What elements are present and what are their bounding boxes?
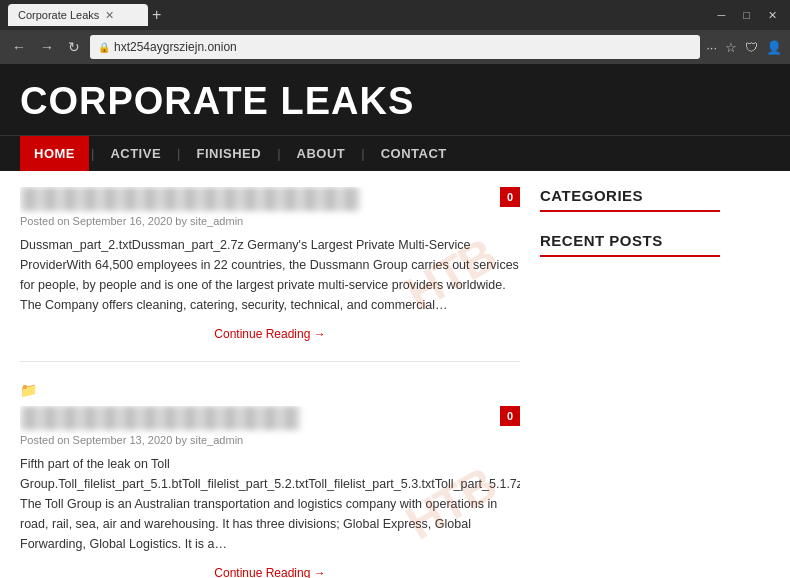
post-2-continue[interactable]: Continue Reading →: [20, 562, 520, 578]
post-1-continue[interactable]: Continue Reading →: [20, 323, 520, 345]
profile-button[interactable]: 👤: [766, 40, 782, 55]
sidebar: CATEGORIES RECENT POSTS: [540, 187, 720, 578]
site-nav: HOME | ACTIVE | FINISHED | ABOUT | CONTA…: [0, 135, 790, 171]
recent-posts-title: RECENT POSTS: [540, 232, 720, 257]
tab-close-button[interactable]: ✕: [105, 9, 114, 22]
browser-navbar: ← → ↻ 🔒 ··· ☆ 🛡 👤: [0, 30, 790, 64]
main-content: Posted on September 16, 2020 by site_adm…: [20, 187, 520, 578]
address-bar[interactable]: [114, 40, 692, 54]
nav-home[interactable]: HOME: [20, 136, 89, 171]
sidebar-categories: CATEGORIES: [540, 187, 720, 212]
back-button[interactable]: ←: [8, 37, 30, 57]
extensions-button[interactable]: ···: [706, 40, 717, 55]
nav-about[interactable]: ABOUT: [283, 136, 360, 171]
post-1-comment-badge[interactable]: 0: [500, 187, 520, 207]
new-tab-button[interactable]: +: [152, 6, 161, 24]
bookmark-button[interactable]: ☆: [725, 40, 737, 55]
forward-button[interactable]: →: [36, 37, 58, 57]
post-2: Posted on September 13, 2020 by site_adm…: [20, 406, 520, 578]
minimize-button[interactable]: ─: [713, 7, 731, 23]
nav-extra-buttons: ··· ☆ 🛡 👤: [706, 40, 782, 55]
post-2-title-blurred[interactable]: [20, 406, 300, 430]
post-2-header: Posted on September 13, 2020 by site_adm…: [20, 406, 520, 446]
address-bar-container[interactable]: 🔒: [90, 35, 700, 59]
browser-window: Corporate Leaks ✕ + ─ □ ✕ ← → ↻ 🔒 ··· ☆ …: [0, 0, 790, 64]
tab-title: Corporate Leaks: [18, 9, 99, 21]
post-1-header: Posted on September 16, 2020 by site_adm…: [20, 187, 520, 227]
folder-icon: 📁: [20, 382, 520, 398]
lock-icon: 🔒: [98, 42, 110, 53]
post-1-body: Dussman_part_2.txtDussman_part_2.7z Germ…: [20, 235, 520, 315]
nav-sep-3: |: [275, 146, 282, 161]
post-2-meta: Posted on September 13, 2020 by site_adm…: [20, 434, 520, 446]
post-2-comment-badge[interactable]: 0: [500, 406, 520, 426]
site-title: CORPORATE LEAKS: [20, 80, 770, 123]
maximize-button[interactable]: □: [738, 7, 755, 23]
site-wrapper: CORPORATE LEAKS HOME | ACTIVE | FINISHED…: [0, 64, 790, 578]
nav-sep-1: |: [89, 146, 96, 161]
nav-sep-4: |: [359, 146, 366, 161]
browser-titlebar: Corporate Leaks ✕ + ─ □ ✕: [0, 0, 790, 30]
content-area: Posted on September 16, 2020 by site_adm…: [0, 171, 790, 578]
nav-active[interactable]: ACTIVE: [96, 136, 175, 171]
nav-finished[interactable]: FINISHED: [182, 136, 275, 171]
categories-title: CATEGORIES: [540, 187, 720, 212]
window-controls: ─ □ ✕: [713, 7, 782, 24]
post-1-meta: Posted on September 16, 2020 by site_adm…: [20, 215, 520, 227]
sidebar-recent-posts: RECENT POSTS: [540, 232, 720, 257]
nav-sep-2: |: [175, 146, 182, 161]
nav-contact[interactable]: CONTACT: [367, 136, 461, 171]
browser-tab[interactable]: Corporate Leaks ✕: [8, 4, 148, 26]
refresh-button[interactable]: ↻: [64, 37, 84, 57]
shield-button[interactable]: 🛡: [745, 40, 758, 55]
post-1: Posted on September 16, 2020 by site_adm…: [20, 187, 520, 362]
post-2-body: Fifth part of the leak on Toll Group.Tol…: [20, 454, 520, 554]
close-button[interactable]: ✕: [763, 7, 782, 24]
post-1-title-blurred[interactable]: [20, 187, 360, 211]
site-header: CORPORATE LEAKS: [0, 64, 790, 135]
